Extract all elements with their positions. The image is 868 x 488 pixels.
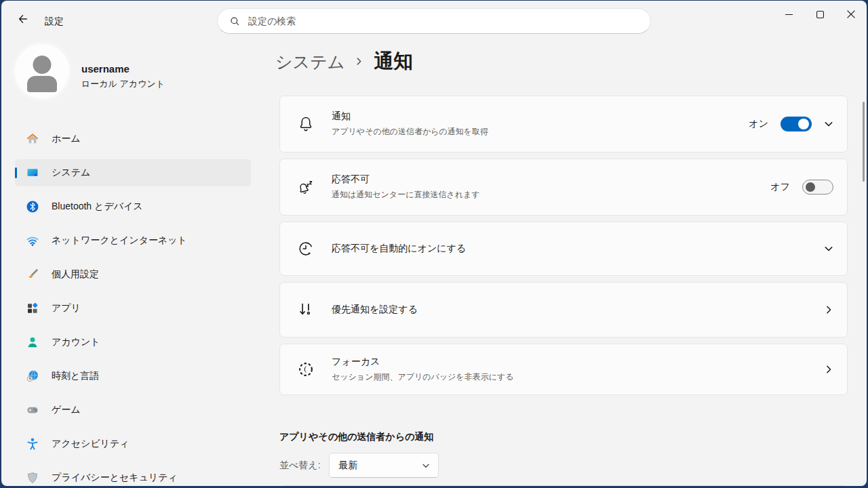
sort-dropdown[interactable]: 最新 [329,453,439,478]
sidebar-item-label: アカウント [52,336,100,348]
accounts-icon [26,336,39,349]
card-title: 応答不可を自動的にオンにする [332,243,466,255]
sidebar-item-accessibility[interactable]: アクセシビリティ [15,430,251,458]
close-button[interactable] [835,1,867,28]
sort-label: 並べ替え: [279,460,321,472]
chevron-down-icon[interactable] [824,119,833,129]
chevron-right-icon[interactable] [824,365,833,374]
card-subtitle: アプリやその他の送信者からの通知を取得 [332,126,488,138]
card-title: 通知 [332,110,488,123]
card-subtitle: セッション期間、アプリのバッジを非表示にする [332,371,514,383]
app-title: 設定 [45,16,64,28]
settings-window: 設定 [1,1,867,486]
card-do-not-disturb[interactable]: 応答不可 通知は通知センターに直接送信されます オフ [279,159,848,216]
toggle-state-label: オフ [770,181,790,193]
search-box[interactable] [217,8,651,34]
card-subtitle: 通知は通知センターに直接送信されます [332,189,480,201]
network-icon [26,234,39,247]
selection-accent-bar [15,167,17,178]
card-title: フォーカス [332,356,514,368]
back-button[interactable] [11,9,35,29]
app-notification-card-partial[interactable] [279,485,848,486]
back-arrow-icon [18,14,28,24]
minimize-icon [785,11,793,18]
sidebar-item-gaming[interactable]: ゲーム [15,396,251,424]
sidebar-item-label: システム [52,167,90,179]
caption-controls [773,1,867,28]
avatar [15,44,69,98]
sidebar-item-bluetooth-devices[interactable]: Bluetooth とデバイス [15,193,251,220]
card-notifications[interactable]: 通知 アプリやその他の送信者からの通知を取得 オン [279,96,848,152]
sort-selected-value: 最新 [339,460,358,472]
clock-auto-icon [296,240,315,258]
accessibility-icon [26,437,39,451]
sidebar-item-label: ゲーム [52,404,81,416]
sidebar-item-label: Bluetooth とデバイス [52,201,143,213]
sidebar: ホーム システム Bluetooth とデバイス ネットワークとインターネット [15,125,251,486]
breadcrumb-parent[interactable]: システム [275,51,344,73]
personalization-icon [26,268,39,281]
bluetooth-icon [26,200,39,214]
card-dnd-automatic[interactable]: 応答不可を自動的にオンにする [279,222,848,276]
user-name: username [81,63,130,75]
search-icon [230,16,240,26]
sidebar-item-label: アプリ [52,302,81,314]
close-icon [847,10,855,18]
notifications-toggle[interactable] [781,117,812,131]
focus-icon [296,361,315,378]
page-title: 通知 [374,48,413,75]
maximize-icon [816,11,824,18]
sidebar-item-label: 個人用設定 [52,268,99,281]
card-priority-notifications[interactable]: 優先通知を設定する [279,282,848,338]
gaming-icon [26,403,39,417]
sidebar-item-label: ホーム [52,133,81,145]
breadcrumb: システム 通知 [275,48,413,75]
card-title: 応答不可 [332,174,480,186]
time-language-icon [26,369,39,383]
sidebar-item-label: プライバシーとセキュリティ [52,472,178,484]
sidebar-item-apps[interactable]: アプリ [15,295,251,322]
chevron-down-icon[interactable] [824,244,833,253]
home-icon [26,132,39,146]
sidebar-item-label: アクセシビリティ [52,438,130,450]
sidebar-item-privacy-security[interactable]: プライバシーとセキュリティ [15,464,251,486]
apps-section-heading: アプリやその他の送信者からの通知 [279,431,848,443]
card-title: 優先通知を設定する [332,304,418,316]
sidebar-item-label: 時刻と言語 [52,370,99,382]
sidebar-item-home[interactable]: ホーム [15,125,251,152]
chevron-down-icon [422,462,430,470]
toggle-state-label: オン [749,118,768,130]
privacy-icon [26,471,39,485]
bell-icon [296,115,315,133]
scrollbar-thumb[interactable] [863,102,865,182]
sort-row: 並べ替え: 最新 [279,453,848,478]
maximize-button[interactable] [804,1,835,28]
titlebar: 設定 [1,1,867,36]
do-not-disturb-toggle[interactable] [802,180,833,195]
user-account-block[interactable]: username ローカル アカウント [14,43,258,100]
sidebar-item-time-language[interactable]: 時刻と言語 [15,363,251,390]
user-account-type: ローカル アカウント [81,78,165,90]
apps-icon [26,302,39,315]
sidebar-item-network-internet[interactable]: ネットワークとインターネット [15,227,251,254]
search-input[interactable] [248,16,614,26]
main-content: 通知 アプリやその他の送信者からの通知を取得 オン 応答不可 通知は通知センター… [279,96,848,486]
minimize-button[interactable] [773,1,804,28]
chevron-right-icon [355,57,363,66]
sidebar-item-accounts[interactable]: アカウント [15,329,251,356]
bell-sleep-icon [296,178,315,196]
sidebar-item-label: ネットワークとインターネット [52,235,187,247]
sidebar-item-personalization[interactable]: 個人用設定 [15,261,251,288]
system-icon [26,166,39,180]
priority-notification-icon [296,301,315,319]
card-focus[interactable]: フォーカス セッション期間、アプリのバッジを非表示にする [279,344,848,395]
sidebar-item-system[interactable]: システム [15,159,251,186]
chevron-right-icon[interactable] [824,305,833,314]
